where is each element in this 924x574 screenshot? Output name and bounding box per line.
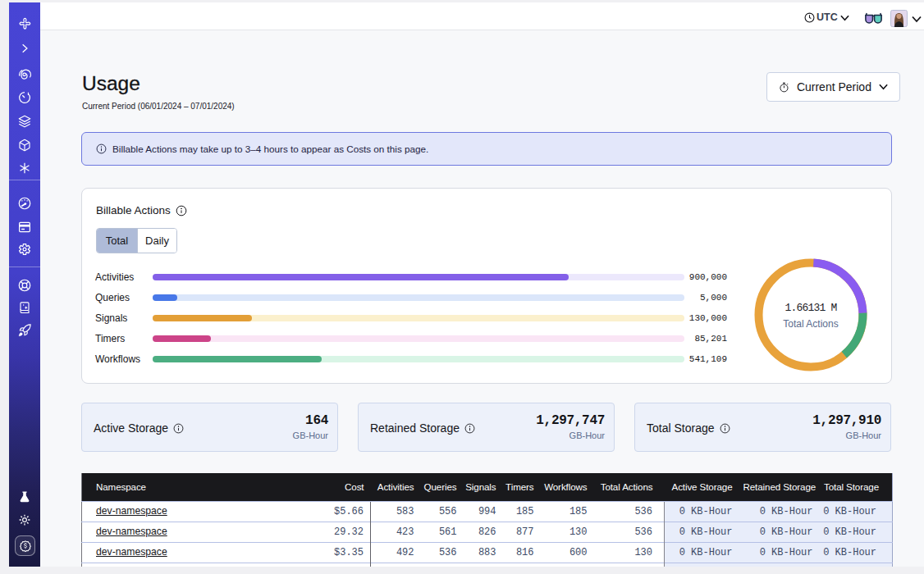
svg-text:1.66131 M: 1.66131 M xyxy=(784,302,836,314)
svg-text:Total Actions: Total Actions xyxy=(783,318,838,330)
